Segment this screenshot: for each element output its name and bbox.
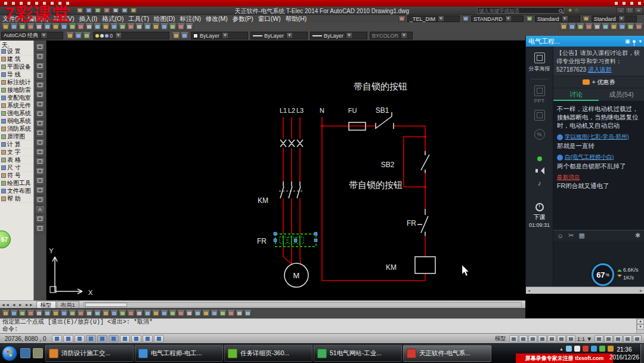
tab-nav-3-icon[interactable]: ► [17,303,24,307]
taskbar-app-5[interactable]: 天正软件-电气系... [403,345,491,362]
text-style-combo[interactable]: STANDARD ▼ [471,16,524,22]
help-icon[interactable] [185,23,193,30]
tab-discussion[interactable]: 讨论 [553,88,599,101]
draw-order-icon[interactable] [2,310,10,317]
quick-calc-icon[interactable] [177,23,185,30]
workspace-settings-icon[interactable] [66,32,74,39]
model-space-icon[interactable] [509,335,518,343]
options-icon[interactable] [635,23,643,30]
zoom-window-icon[interactable] [119,23,126,30]
arc-icon[interactable] [35,91,45,100]
search-icon[interactable] [559,9,562,13]
point-icon[interactable] [110,310,118,317]
insert-block-icon[interactable] [94,310,101,317]
insert-block-icon[interactable] [618,23,626,30]
table-style-combo[interactable]: Standard ▼ [535,16,580,22]
point-icon[interactable] [35,167,45,176]
layer-states-icon[interactable] [181,32,188,39]
mleader-style-combo[interactable]: Standard ▼ [592,16,637,22]
scale-icon[interactable] [219,310,227,317]
menu-9[interactable]: 修改(M) [203,15,230,23]
annotation-scale[interactable]: 1:1 ▼ [575,336,594,342]
polygon-icon[interactable] [35,310,43,317]
ortho-toggle[interactable] [75,335,85,343]
tray-expand-icon[interactable]: ▲ [559,347,564,351]
menu-10[interactable]: 参数(P) [230,15,256,23]
taskbar-clock[interactable]: 21:36 2016/12/26 [609,346,639,361]
close-button[interactable]: × [634,7,643,14]
zoom-tool-icon[interactable] [547,335,556,343]
redo-icon[interactable] [94,23,101,30]
music-icon[interactable]: ♪ [538,179,541,187]
menu-5[interactable]: 格式(O) [100,15,126,23]
tray-icon-1[interactable] [566,346,572,352]
dim-style-combo[interactable]: _TEL_DIM ▼ [407,16,460,22]
text-icon[interactable]: A [35,205,45,214]
share-poster-label[interactable]: 分享海报 [529,65,550,73]
coupon-label[interactable]: + 优惠券 [592,78,615,87]
annotation-visibility-icon[interactable] [595,335,603,343]
scroll-up-icon[interactable]: ▲ [637,319,644,324]
quick-launch-2-icon[interactable] [33,348,43,358]
chevron-down-icon[interactable]: ▼ [618,16,624,21]
linetype-combo[interactable]: ByLayer ▼ [250,32,308,39]
move-icon[interactable] [202,310,210,317]
dyn-toggle[interactable] [131,335,141,343]
annotation-autoscale-icon[interactable] [604,335,613,343]
color-combo[interactable]: ByLayer ▼ [191,32,248,39]
taskbar-app-4[interactable]: 51电气网站-工业... [314,345,402,362]
tray-icon-2[interactable] [574,346,580,352]
courseware-icon[interactable] [534,110,545,121]
image-icon[interactable]: ▦ [578,232,584,239]
chevron-down-icon[interactable]: ▼ [286,33,292,38]
taskbar-app-2[interactable]: 电气工程师-电工... [135,345,223,362]
tab-模型[interactable]: 模型 [36,301,56,308]
scroll-right-icon[interactable]: ► [639,289,643,293]
undo-icon[interactable] [85,23,93,30]
command-line[interactable]: 指定第二个点或 [退出(E)/放弃(U)] <退出>: *取消* 命令: ▲ ▼ [0,318,644,333]
region-icon[interactable] [35,196,45,205]
show-desktop-button[interactable] [640,344,644,363]
gradient-icon[interactable] [127,310,135,317]
command-scrollbar[interactable]: ▲ ▼ [636,319,644,334]
erase-icon[interactable] [160,310,168,317]
multiline-text-icon[interactable] [152,310,160,317]
table-icon[interactable] [585,23,593,30]
zoom-previous-icon[interactable] [127,23,135,30]
properties-icon[interactable] [135,23,143,30]
line-icon[interactable] [10,310,18,317]
recorder-minimize-icon[interactable] [614,1,618,5]
menu-12[interactable]: 帮助(H) [283,15,309,23]
chat-header[interactable]: 电气工程... ▣ ▾ [526,36,644,47]
quick-view-layouts-icon[interactable] [519,335,528,343]
region-icon[interactable] [135,310,143,317]
layer-on-icon[interactable] [95,34,99,38]
share-poster-icon[interactable] [534,53,545,63]
grip-edit-icon[interactable] [35,224,45,233]
tab-布局1[interactable]: 布局1 [57,301,79,308]
speaker-icon[interactable] [535,167,544,174]
revision-cloud-icon[interactable] [35,110,45,119]
tray-icon-5[interactable] [599,346,605,352]
construction-line-icon[interactable] [18,310,26,317]
spline-icon[interactable] [77,310,85,317]
array-icon[interactable] [194,310,202,317]
osnap-toggle[interactable] [97,335,107,343]
table-style-icon[interactable] [526,16,533,22]
markup-set-manager-icon[interactable] [169,23,177,30]
horizontal-scrollbar[interactable] [83,302,522,307]
search-input[interactable] [479,8,559,14]
chat-footer-scrollbar[interactable]: ◄ ► [526,287,644,294]
trim-icon[interactable] [236,310,243,317]
copy-icon[interactable] [169,310,177,317]
zoom-realtime-icon[interactable] [110,23,118,30]
tab-members[interactable]: 成员(54) [599,88,644,101]
screenshot-icon[interactable]: ✂ [568,232,574,239]
design-center-icon[interactable] [144,23,151,30]
tab-nav-1-icon[interactable]: ◄◄ [0,303,11,307]
quick-launch-1-icon[interactable] [20,348,30,358]
taskbar-app-3[interactable]: 任务详细页-360... [224,345,312,362]
ellipse-arc-icon[interactable] [35,139,45,147]
chevron-down-icon[interactable]: ▼ [562,16,568,21]
promotion-icon[interactable]: % [534,129,545,140]
